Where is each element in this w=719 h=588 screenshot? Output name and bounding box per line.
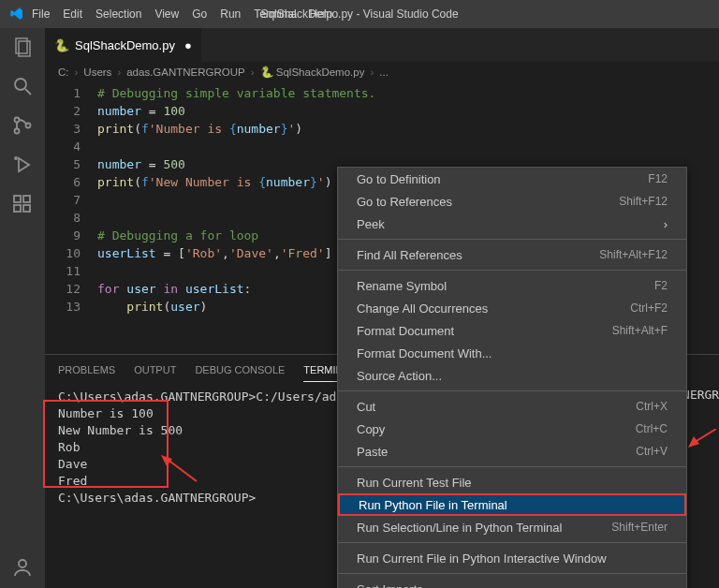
annotation-arrow-2 (688, 429, 718, 448)
explorer-icon[interactable] (11, 36, 34, 58)
ctx-shortcut: Shift+Enter (611, 521, 668, 534)
ctx-run-current-file-in-python-interactive-window[interactable]: Run Current File in Python Interactive W… (338, 547, 686, 569)
ctx-label: Rename Symbol (357, 279, 447, 293)
svg-point-2 (15, 79, 26, 90)
svg-rect-12 (23, 196, 30, 202)
accounts-icon[interactable] (11, 556, 34, 579)
breadcrumb-sep: › (75, 66, 79, 78)
ctx-label: Peek (357, 217, 385, 231)
svg-marker-7 (19, 158, 29, 171)
editor-tab[interactable]: 🐍 SqlShackDemo.py ● (45, 28, 202, 62)
ctx-label: Run Selection/Line in Python Terminal (357, 521, 562, 535)
ctx-label: Run Python File in Terminal (359, 498, 507, 512)
svg-point-5 (15, 129, 20, 134)
ctx-format-document-with[interactable]: Format Document With... (338, 342, 686, 364)
panel-tab-debug-console[interactable]: DEBUG CONSOLE (195, 359, 285, 381)
ctx-run-selection-line-in-python-terminal[interactable]: Run Selection/Line in Python TerminalShi… (338, 516, 686, 538)
svg-rect-11 (23, 205, 30, 212)
context-menu-separator (338, 573, 686, 574)
ctx-shortcut: Ctrl+C (636, 422, 668, 435)
ctx-format-document[interactable]: Format DocumentShift+Alt+F (338, 319, 686, 342)
svg-line-3 (25, 89, 31, 95)
annotation-arrow-1 (161, 455, 198, 483)
ctx-paste[interactable]: PasteCtrl+V (338, 440, 686, 463)
ctx-label: Paste (357, 445, 388, 459)
breadcrumb[interactable]: C:›Users›adas.GANTNERGROUP›🐍 SqlShackDem… (45, 62, 719, 82)
svg-rect-9 (14, 196, 21, 202)
dirty-indicator: ● (184, 38, 192, 52)
ctx-find-all-references[interactable]: Find All ReferencesShift+Alt+F12 (338, 243, 686, 266)
ctx-peek[interactable]: Peek› (338, 213, 686, 235)
ctx-label: Sort Imports (357, 582, 423, 589)
ctx-shortcut: Shift+Alt+F (612, 324, 668, 337)
ctx-label: Change All Occurrences (357, 301, 488, 316)
menu-view[interactable]: View (154, 7, 179, 21)
ctx-label: Format Document With... (357, 346, 492, 360)
line-gutter: 12345678910111213 (45, 84, 97, 354)
svg-point-6 (26, 124, 31, 128)
extensions-icon[interactable] (11, 193, 34, 215)
svg-point-4 (15, 118, 20, 123)
ctx-change-all-occurrences[interactable]: Change All OccurrencesCtrl+F2 (338, 297, 686, 319)
ctx-label: Source Action... (357, 369, 442, 383)
activity-bar (0, 28, 45, 588)
breadcrumb-segment[interactable]: C: (58, 66, 69, 78)
context-menu-separator (338, 542, 686, 543)
run-debug-icon[interactable] (11, 154, 34, 176)
vscode-icon (9, 7, 24, 22)
menu-file[interactable]: File (32, 7, 50, 21)
panel-tab-problems[interactable]: PROBLEMS (58, 359, 115, 381)
context-menu-separator (338, 390, 686, 391)
menu-go[interactable]: Go (192, 7, 207, 21)
annotation-box (43, 400, 169, 488)
title-bar: FileEditSelectionViewGoRunTerminalHelp S… (0, 0, 719, 28)
ctx-shortcut: F2 (654, 279, 668, 292)
editor-tabs: 🐍 SqlShackDemo.py ● (45, 28, 719, 62)
ctx-label: Go to References (357, 195, 452, 209)
ctx-run-current-test-file[interactable]: Run Current Test File (338, 471, 686, 493)
ctx-go-to-definition[interactable]: Go to DefinitionF12 (338, 168, 686, 190)
ctx-label: Go to Definition (357, 172, 441, 186)
window-title: SqlShackDemo.py - Visual Studio Code (260, 7, 458, 21)
ctx-shortcut: Ctrl+F2 (630, 301, 668, 315)
breadcrumb-segment[interactable]: adas.GANTNERGROUP (126, 66, 245, 78)
ctx-shortcut: F12 (648, 172, 668, 185)
menu-edit[interactable]: Edit (63, 7, 82, 21)
svg-marker-17 (688, 436, 699, 448)
svg-point-8 (15, 157, 17, 159)
ctx-shortcut: Shift+F12 (619, 195, 668, 208)
context-menu-separator (338, 466, 686, 467)
search-icon[interactable] (11, 75, 34, 97)
ctx-go-to-references[interactable]: Go to ReferencesShift+F12 (338, 190, 686, 213)
ctx-rename-symbol[interactable]: Rename SymbolF2 (338, 274, 686, 297)
breadcrumb-sep: › (117, 66, 121, 78)
ctx-run-python-file-in-terminal[interactable]: Run Python File in Terminal (338, 493, 686, 516)
breadcrumb-sep: › (251, 66, 255, 78)
tab-label: SqlShackDemo.py (75, 38, 175, 52)
ctx-label: Copy (357, 422, 385, 436)
ctx-copy[interactable]: CopyCtrl+C (338, 418, 686, 440)
panel-tab-output[interactable]: OUTPUT (134, 359, 176, 381)
ctx-label: Cut (357, 400, 375, 414)
python-icon: 🐍 (54, 38, 69, 52)
svg-marker-15 (161, 455, 172, 466)
ctx-label: Run Current File in Python Interactive W… (357, 551, 607, 566)
menu-run[interactable]: Run (220, 7, 241, 21)
svg-point-13 (19, 560, 26, 567)
ctx-shortcut: Shift+Alt+F12 (599, 248, 668, 261)
source-control-icon[interactable] (11, 114, 34, 137)
breadcrumb-segment[interactable]: 🐍 SqlShackDemo.py (260, 66, 365, 79)
ctx-source-action[interactable]: Source Action... (338, 364, 686, 387)
ctx-label: Run Current Test File (357, 476, 472, 490)
svg-rect-10 (14, 205, 21, 212)
ctx-sort-imports[interactable]: Sort Imports (338, 578, 686, 588)
breadcrumb-segment[interactable]: Users (83, 66, 111, 78)
ctx-label: Format Document (357, 324, 454, 338)
ctx-label: Find All References (357, 248, 462, 262)
ctx-shortcut: Ctrl+X (636, 400, 668, 413)
breadcrumb-sep: › (370, 66, 374, 78)
ctx-shortcut: Ctrl+V (636, 445, 668, 458)
ctx-cut[interactable]: CutCtrl+X (338, 395, 686, 418)
menu-selection[interactable]: Selection (95, 7, 141, 21)
breadcrumb-segment[interactable]: ... (379, 66, 389, 78)
